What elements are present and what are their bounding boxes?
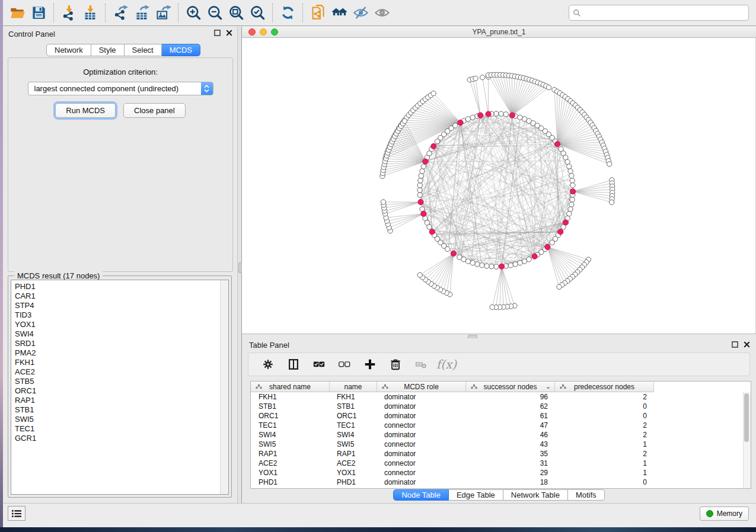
mcds-result-node[interactable]: SWI4 [15,329,218,339]
delete-column-button[interactable] [388,357,403,372]
network-window-titlebar[interactable]: YPA_prune.txt_1 [242,27,756,38]
table-row[interactable]: ORC1 ORC1 dominator 61 0 [251,411,744,421]
float-panel-icon[interactable] [214,30,221,36]
zoom-out-button[interactable] [204,2,225,24]
zoom-in-button[interactable] [183,2,204,24]
vertical-splitter[interactable] [237,27,242,504]
close-panel-button[interactable]: Close panel [123,103,186,118]
save-icon [31,5,47,21]
mcds-result-node[interactable]: ACE2 [15,367,218,377]
mcds-result-node[interactable]: YOX1 [15,320,218,329]
run-mcds-button[interactable]: Run MCDS [55,103,116,118]
close-panel-icon[interactable] [226,30,232,36]
save-session-button[interactable] [28,2,49,24]
column-header-mcds-role[interactable]: MCDS role [377,382,466,392]
table-scrollbar[interactable] [743,392,751,488]
tab-motifs[interactable]: Motifs [568,489,605,501]
network-view-canvas[interactable] [242,38,756,334]
cell-name: ORC1 [330,412,377,420]
hide-graphics-details-button[interactable] [350,2,371,24]
horizontal-splitter[interactable] [242,334,756,338]
show-columns-button[interactable] [286,357,301,372]
tab-edge-table[interactable]: Edge Table [449,489,503,501]
tab-network[interactable]: Network [46,44,91,56]
export-network-button[interactable] [110,2,131,24]
export-table-icon [134,5,150,21]
mcds-list-scrollbar[interactable] [220,280,228,494]
table-row[interactable]: SWI5 SWI5 connector 43 1 [251,440,744,449]
table-scrollbar-thumb[interactable] [744,393,749,442]
import-network-icon [61,5,77,21]
criterion-dropdown[interactable]: largest connected component (undirected) [28,82,213,95]
tab-mcds[interactable]: MCDS [162,44,200,56]
mcds-result-node[interactable]: STB1 [15,405,218,415]
column-header-successor-nodes[interactable]: successor nodes ⌄ [466,382,555,392]
table-row[interactable]: TEC1 TEC1 connector 47 2 [251,421,744,430]
mcds-result-node[interactable]: STB5 [15,377,218,386]
column-header-predecessor-nodes[interactable]: predecessor nodes [555,382,654,392]
select-all-rows-button[interactable] [311,357,327,372]
mcds-result-node[interactable]: CAR1 [15,291,218,301]
cell-shared-name: PHD1 [251,478,330,486]
sort-descending-icon[interactable]: ⌄ [546,383,551,390]
export-table-button[interactable] [131,2,152,24]
column-label: predecessor nodes [574,383,634,391]
add-column-button[interactable] [362,357,378,372]
deselect-all-rows-button[interactable] [337,357,352,372]
cell-predecessor-nodes: 2 [555,421,654,430]
mcds-result-node[interactable]: SWI5 [15,415,218,424]
network-graph [242,38,755,334]
mcds-result-node[interactable]: SRD1 [15,339,218,348]
show-panels-menu-button[interactable] [8,506,25,521]
cell-name: PHD1 [330,478,377,486]
mcds-result-node[interactable]: ORC1 [15,386,218,396]
memory-button[interactable]: Memory [700,507,749,521]
table-row[interactable]: FKH1 FKH1 dominator 96 2 [251,392,744,402]
tab-select[interactable]: Select [125,44,162,56]
tab-network-table[interactable]: Network Table [503,489,568,501]
mcds-result-node[interactable]: STP4 [15,301,218,310]
table-row[interactable]: YOX1 YOX1 connector 29 1 [251,468,744,477]
cell-successor-nodes: 35 [466,450,555,458]
mcds-result-node[interactable]: GCR1 [15,434,218,443]
mcds-result-node[interactable]: RAP1 [15,396,218,405]
table-row[interactable]: STB1 STB1 dominator 62 0 [251,402,744,411]
import-network-button[interactable] [58,2,79,24]
control-panel: Control Panel Network Style Select MCDS … [3,27,237,504]
mcds-result-list[interactable]: PHD1CAR1STP4TID3YOX1SWI4SRD1PMA2FKH1ACE2… [11,280,229,495]
status-bar: Memory [3,503,756,523]
open-file-button[interactable] [7,2,28,24]
cell-mcds-role: dominator [377,478,466,486]
tab-node-table[interactable]: Node Table [393,489,449,501]
search-input[interactable] [584,8,745,18]
cell-shared-name: YOX1 [251,469,330,477]
show-graphics-details-button[interactable] [371,2,393,24]
network-overview-button[interactable] [328,2,350,24]
table-row[interactable]: PHD1 PHD1 dominator 18 0 [251,477,744,487]
mcds-result-node[interactable]: TEC1 [15,424,218,434]
cell-successor-nodes: 62 [466,402,555,411]
column-header-name[interactable]: name [330,382,377,392]
cell-successor-nodes: 47 [466,421,555,430]
zoom-selected-icon [250,5,266,21]
mcds-result-node[interactable]: PMA2 [15,348,218,358]
table-row[interactable]: ACE2 ACE2 connector 31 1 [251,459,744,468]
cell-shared-name: STB1 [251,402,330,411]
table-row[interactable]: SWI4 SWI4 dominator 46 2 [251,430,744,440]
zoom-fit-button[interactable] [225,2,247,24]
mcds-result-node[interactable]: PHD1 [15,282,218,291]
export-image-button[interactable] [152,2,174,24]
mcds-result-node[interactable]: FKH1 [15,358,218,367]
apply-layout-button[interactable] [277,2,298,24]
table-options-button[interactable] [260,357,276,372]
tab-style[interactable]: Style [91,44,125,56]
duplicate-network-button[interactable] [307,2,328,24]
mcds-result-node[interactable]: TID3 [15,310,218,320]
float-panel-icon[interactable] [732,341,738,348]
column-header-shared-name[interactable]: shared name [251,382,330,392]
cell-shared-name: RAP1 [251,450,330,458]
close-panel-icon[interactable] [744,341,750,348]
zoom-selected-button[interactable] [247,2,268,24]
import-table-button[interactable] [79,2,101,24]
table-row[interactable]: RAP1 RAP1 dominator 35 2 [251,449,744,459]
